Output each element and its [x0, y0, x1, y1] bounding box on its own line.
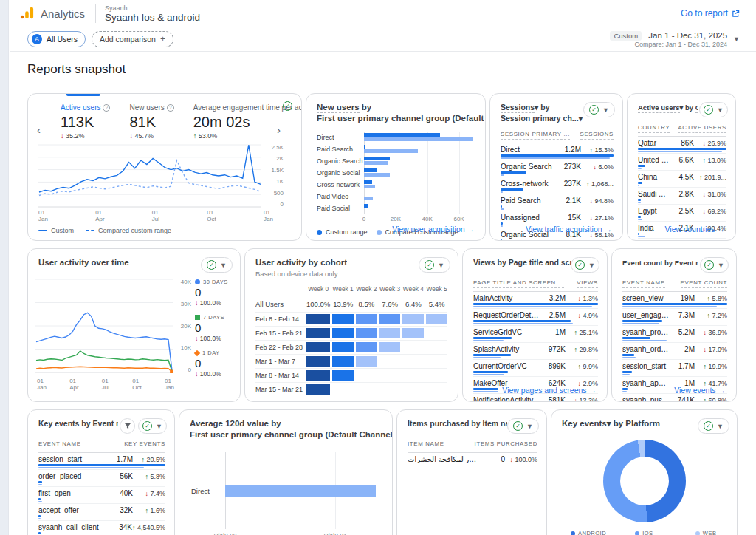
row-name: syaanh_app_open: [622, 379, 673, 387]
data-quality-menu[interactable]: ✓▼: [138, 418, 167, 434]
legend-header: 7 DAYS: [195, 314, 234, 321]
title-segment: Session primary ch...▾: [501, 114, 583, 123]
row-bar-track: [622, 354, 727, 358]
data-quality-icon[interactable]: ✓: [283, 101, 292, 111]
row-bar-track: [38, 515, 165, 519]
change-arrow-icon: ↑: [699, 174, 703, 181]
table-row-line: باقة لمدة 3 شهور لمكافحة الحشرات0↓ 100.0…: [408, 455, 537, 463]
table-row-line: Direct1.2M↑ 15.3%: [501, 146, 614, 154]
change-arrow-icon: ↑: [703, 397, 707, 402]
row-compare-bar: [638, 151, 722, 152]
data-quality-menu[interactable]: ✓▼: [507, 418, 539, 434]
chevron-down-icon: ▼: [438, 262, 444, 269]
view-events-link[interactable]: View events →: [674, 386, 726, 395]
change-arrow-icon: ↑: [193, 132, 197, 140]
card-title[interactable]: Key events▾ by Platform: [562, 418, 660, 429]
data-quality-menu[interactable]: ✓▼: [571, 257, 599, 273]
change-arrow-icon: ↑: [132, 524, 136, 531]
axis-tick-label: Rial0.01: [324, 532, 347, 535]
title-segment: Views: [473, 258, 495, 268]
card-title-dimension[interactable]: First user primary channel group (Defaul…: [317, 113, 486, 124]
carousel-prev-button[interactable]: ‹: [37, 123, 41, 136]
change-arrow-icon: ↑: [702, 157, 706, 164]
date-range-selector[interactable]: Custom Jan 1 - Dec 31, 2025 Compare: Jan…: [610, 31, 740, 48]
row-value: 2.5M: [543, 311, 566, 319]
row-value: 34K: [110, 523, 132, 531]
carousel-next-button[interactable]: ›: [277, 123, 281, 136]
metric-change: ↑ 53.0%: [193, 132, 302, 140]
metric-group: Active users?113K↓ 35.2%New users?81K↓ 4…: [28, 94, 301, 140]
axis-tick-label: 01Jul: [152, 209, 159, 222]
plus-icon: +: [160, 34, 165, 44]
date-range-label: Jan 1 - Dec 31, 2025: [648, 31, 727, 40]
legend-value: 0: [195, 286, 234, 299]
bar-category-label: Organic Search: [317, 155, 364, 167]
card-title[interactable]: Sessions▾ by: [501, 102, 583, 113]
row-change: ↑ 15.3%: [581, 146, 614, 154]
table-row: order_placed56K↑ 5.8%: [38, 470, 165, 487]
row-change: ↓ 1.3%: [566, 295, 598, 302]
view-traffic-acquisition-link[interactable]: View traffic acquisition →: [526, 225, 612, 234]
data-quality-menu[interactable]: ✓▼: [700, 257, 729, 273]
title-segment: First user primary channel group (Defaul…: [190, 430, 393, 439]
filter-button[interactable]: [120, 418, 135, 434]
bar-compared: [364, 173, 390, 177]
card-title: Items purchased by Item name: [408, 418, 507, 429]
views-card: Views by Page title and screen class ✓▼ …: [462, 248, 608, 402]
cohort-cell: [402, 370, 424, 381]
row-bar-track: [501, 239, 614, 241]
data-quality-menu[interactable]: ✓▼: [698, 418, 729, 434]
cohort-label: Mar 15 - Mar 21: [255, 384, 304, 395]
info-icon[interactable]: ?: [103, 104, 110, 112]
info-icon[interactable]: ?: [167, 104, 174, 112]
metric-change: ↓ 35.2%: [61, 132, 110, 140]
user-activity-card: User activity over time ✓▼ 01Jan01Apr01J…: [27, 248, 241, 402]
title-segment: New users: [317, 103, 360, 113]
card-title-dimension[interactable]: Session primary ch...▾: [501, 113, 583, 124]
go-to-report-link[interactable]: Go to report: [681, 8, 740, 18]
x-axis-labels: 01Jan01Apr01Jul01Oct01Jan: [38, 209, 273, 222]
property-name[interactable]: Syaanh Ios & android: [105, 12, 200, 23]
tick-line: Jul: [152, 216, 159, 222]
row-change: ↑ 5.8%: [695, 295, 727, 302]
row-compare-bar: [473, 323, 573, 324]
data-quality-menu[interactable]: ✓▼: [699, 102, 728, 117]
cohort-cell: [402, 342, 424, 352]
row-change: ↓ 31.8%: [694, 191, 726, 198]
row-bar-track: [473, 337, 598, 341]
axis-tick-label: 01Oct: [207, 209, 216, 222]
row-change: ↓ 6.0%: [581, 163, 614, 171]
row-name: syaanh_call_client: [38, 523, 110, 531]
all-users-chip[interactable]: A All Users: [27, 31, 86, 47]
table-row-line: Organic Search273K↓ 6.0%: [501, 163, 614, 171]
data-quality-menu[interactable]: ✓▼: [583, 102, 615, 117]
row-compare-bar: [622, 323, 659, 324]
x-axis-labels: 01Jan01Apr01Jul01Oct01Jan: [37, 378, 174, 391]
table-row: United States6.6K↑ 13.0%: [638, 154, 726, 171]
tick-line: 01: [207, 209, 216, 216]
view-pages-screens-link[interactable]: View pages and screens →: [502, 386, 597, 395]
card-title-dimension[interactable]: First user primary channel group (Defaul…: [190, 429, 393, 440]
row-value: 56K: [111, 472, 133, 480]
metric-block[interactable]: Active users?113K↓ 35.2%: [61, 103, 110, 140]
card-title[interactable]: Active users▾ by Country: [638, 102, 698, 113]
data-quality-menu[interactable]: ✓▼: [419, 257, 450, 273]
table-row-line: United States6.6K↑ 13.0%: [638, 156, 726, 164]
views-table: PAGE TITLE AND SCREEN ...VIEWSMainActivi…: [463, 273, 607, 402]
view-countries-link[interactable]: View countries →: [664, 225, 725, 234]
cohort-label: Mar 8 - Mar 14: [255, 370, 304, 381]
add-comparison-button[interactable]: Add comparison +: [92, 31, 173, 47]
circle-marker-icon: [195, 279, 200, 284]
table-row: RequestOrderDetails2.5M↓ 4.9%: [473, 309, 598, 326]
row-bar: [473, 320, 571, 322]
row-bar: [473, 337, 512, 339]
data-quality-menu[interactable]: ✓▼: [201, 257, 233, 273]
metric-label: New users?: [129, 103, 173, 112]
view-user-acquisition-link[interactable]: View user acquisition →: [392, 225, 475, 234]
metric-block[interactable]: New users?81K↓ 45.7%: [129, 103, 173, 140]
left-nav-rail[interactable]: [0, 0, 9, 535]
title-segment: Page title and screen class: [509, 258, 571, 268]
row-value: 3.2M: [543, 294, 566, 302]
row-bar-track: [622, 371, 727, 375]
change-arrow-icon: ↑: [707, 312, 710, 319]
